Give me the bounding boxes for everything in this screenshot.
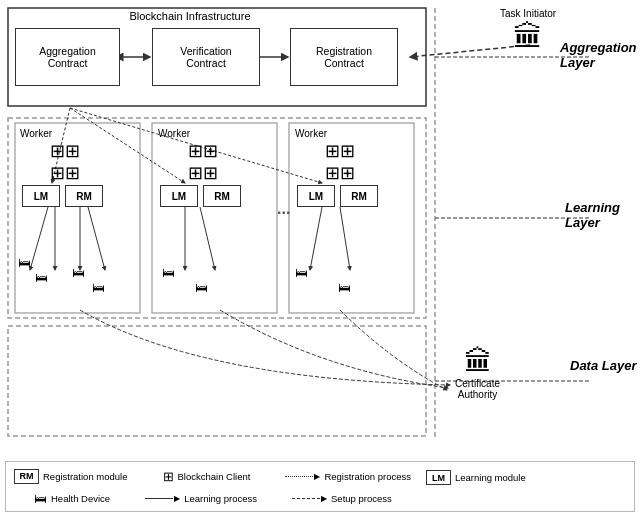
data-layer-label: Data Layer <box>570 358 636 373</box>
worker3-lm-rm: LM RM <box>297 185 378 207</box>
worker2-lm-box: LM <box>160 185 198 207</box>
legend-registration-process-label: Registration process <box>324 471 411 482</box>
worker1-lm-box: LM <box>22 185 60 207</box>
aggregation-contract-box: AggregationContract <box>15 28 120 86</box>
certificate-authority-section: 🏛 CertificateAuthority <box>455 345 500 400</box>
worker1-device1: 🛏 <box>18 255 31 270</box>
worker2-device2: 🛏 <box>195 280 208 295</box>
learning-layer-label: LearningLayer <box>565 200 620 230</box>
legend-lm-item: LM Learning module <box>426 470 526 485</box>
worker3-rm-box: RM <box>340 185 378 207</box>
worker1-device2: 🛏 <box>35 270 48 285</box>
worker1-label: Worker <box>20 128 52 139</box>
worker2-rm-box: RM <box>203 185 241 207</box>
legend-learning-process-label: Learning process <box>184 493 257 504</box>
aggregation-layer-label: AggregationLayer <box>560 40 637 70</box>
legend-blockchain-icon: ⊞ <box>163 469 174 484</box>
worker1-device4: 🛏 <box>92 280 105 295</box>
worker2-lm-rm: LM RM <box>160 185 241 207</box>
worker3-device1: 🛏 <box>295 265 308 280</box>
legend-lm-desc: Learning module <box>455 472 526 483</box>
worker2-cubes-icon: ⊞⊞⊞⊞ <box>188 140 218 184</box>
legend-learning-process-item: ▶ Learning process <box>145 493 257 504</box>
legend-health-device-desc: Health Device <box>51 493 110 504</box>
legend-setup-line <box>292 498 320 499</box>
legend-learning-line <box>145 498 173 499</box>
worker1-cubes-icon: ⊞⊞⊞⊞ <box>50 140 80 184</box>
legend-setup-process-label: Setup process <box>331 493 392 504</box>
legend-rm-item: RM Registration module <box>14 469 128 484</box>
svg-rect-2 <box>8 326 426 436</box>
certificate-authority-icon: 🏛 <box>455 345 500 378</box>
registration-contract-box: RegistrationContract <box>290 28 398 86</box>
worker2-device1: 🛏 <box>162 265 175 280</box>
legend-health-device-item: 🛏 Health Device <box>34 491 110 506</box>
worker1-lm-rm: LM RM <box>22 185 103 207</box>
worker2-label: Worker <box>158 128 190 139</box>
verification-contract-box: VerificationContract <box>152 28 260 86</box>
legend: RM Registration module ⊞ Blockchain Clie… <box>5 461 635 512</box>
task-initiator-label: Task Initiator <box>500 8 556 19</box>
blockchain-infrastructure-label: Blockchain Infrastructure <box>90 10 290 22</box>
registration-contract-label: RegistrationContract <box>316 45 372 69</box>
svg-line-14 <box>70 108 185 183</box>
worker3-cubes-icon: ⊞⊞⊞⊞ <box>325 140 355 184</box>
legend-health-device-icon: 🛏 <box>34 491 47 506</box>
worker3-lm-box: LM <box>297 185 335 207</box>
worker3-label: Worker <box>295 128 327 139</box>
svg-line-23 <box>340 207 350 270</box>
svg-line-21 <box>200 207 215 270</box>
diagram-container: Blockchain Infrastructure AggregationCon… <box>0 0 640 517</box>
worker1-device3: 🛏 <box>72 265 85 280</box>
certificate-authority-label: CertificateAuthority <box>455 378 500 400</box>
legend-lm-box: LM <box>426 470 451 485</box>
legend-blockchain-item: ⊞ Blockchain Client <box>163 469 251 484</box>
legend-blockchain-desc: Blockchain Client <box>178 471 251 482</box>
legend-setup-process-item: ▶ Setup process <box>292 493 392 504</box>
worker3-device2: 🛏 <box>338 280 351 295</box>
svg-line-22 <box>310 207 322 270</box>
legend-registration-process-item: ▶ Registration process <box>285 471 411 482</box>
aggregation-contract-label: AggregationContract <box>39 45 96 69</box>
legend-rm-desc: Registration module <box>43 471 128 482</box>
worker1-rm-box: RM <box>65 185 103 207</box>
legend-rm-box: RM <box>14 469 39 484</box>
verification-contract-label: VerificationContract <box>180 45 231 69</box>
workers-ellipsis: ... <box>277 200 290 218</box>
svg-line-19 <box>88 207 105 270</box>
task-initiator-section: Task Initiator 🏛 <box>500 8 556 52</box>
legend-registration-line <box>285 476 313 477</box>
task-initiator-icon: 🏛 <box>500 22 556 52</box>
svg-line-16 <box>30 207 48 270</box>
